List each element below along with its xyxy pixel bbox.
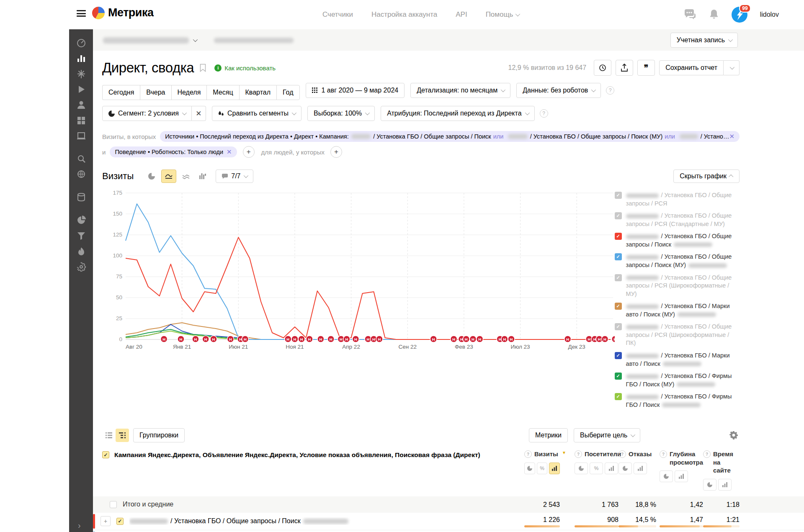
note-marker[interactable]: Н (477, 336, 483, 342)
preset-сегодня[interactable]: Сегодня (102, 85, 140, 100)
metrica-logo[interactable]: Метрика (92, 6, 154, 19)
note-marker[interactable]: Н (469, 336, 476, 342)
date-range-button[interactable]: 1 авг 2020 — 9 мар 2024 (306, 83, 405, 98)
behavior-segment-chip[interactable]: Поведение • Роботность: Только люди ✕ (110, 146, 237, 157)
note-marker[interactable]: Н (352, 336, 359, 342)
sidebar-collapse-icon[interactable]: › (78, 521, 81, 530)
pie-toggle[interactable] (703, 479, 716, 491)
chat-icon[interactable] (684, 9, 696, 20)
legend-item[interactable]: ✓/ Установка ГБО / Общие запросы / РСЯ (… (615, 212, 740, 228)
note-marker[interactable]: Н (451, 336, 457, 342)
line-chart-toggle[interactable] (161, 170, 176, 183)
hamburger-menu-icon[interactable] (77, 10, 86, 18)
nav-api[interactable]: API (456, 10, 467, 19)
note-marker[interactable]: Н (227, 336, 234, 342)
note-marker[interactable]: Н (343, 336, 350, 342)
legend-checkbox[interactable]: ✓ (615, 212, 622, 219)
nav-help[interactable]: Помощь (486, 10, 519, 19)
preset-год[interactable]: Год (276, 85, 299, 100)
bell-icon[interactable] (709, 9, 719, 21)
help-question-icon[interactable]: ? (575, 450, 582, 458)
sidebar-item-funnel[interactable] (69, 228, 93, 244)
note-marker[interactable]: Н (564, 336, 571, 342)
note-marker[interactable]: Н (161, 336, 168, 342)
note-marker[interactable]: Н (463, 336, 469, 342)
sidebar-item-pie[interactable] (69, 213, 93, 228)
sources-segment-chip[interactable]: Источники • Последний переход из Директа… (160, 131, 740, 142)
preset-вчера[interactable]: Вчера (140, 85, 171, 100)
help-question-icon[interactable]: ? (660, 450, 667, 458)
nav-account-settings[interactable]: Настройка аккаунта (371, 10, 437, 19)
totals-checkbox[interactable] (110, 501, 117, 508)
legend-item[interactable]: ✓/ Установка ГБО / Общие запросы / Поиск (615, 232, 740, 249)
legend-checkbox[interactable]: ✓ (615, 253, 622, 260)
help-question-icon[interactable]: ? (618, 450, 626, 458)
column-header[interactable]: ?Глубина просмотра (660, 450, 703, 466)
area-chart-toggle[interactable] (179, 170, 193, 182)
legend-item[interactable]: ✓/ Установка ГБО / Общие запросы / РСЯ (615, 191, 740, 208)
pie-toggle[interactable] (660, 470, 673, 482)
how-to-use-link[interactable]: i Как использовать (214, 64, 276, 72)
bars-toggle[interactable] (675, 470, 688, 482)
legend-item[interactable]: ✓/ Установка ГБО / Фирмы ГБО / Поиск (615, 393, 740, 409)
add-visit-condition-button[interactable]: + (243, 146, 255, 158)
metrics-button[interactable]: Метрики (529, 428, 568, 442)
note-marker[interactable]: Н (210, 336, 217, 342)
legend-checkbox[interactable]: ✓ (615, 393, 622, 400)
username[interactable]: lidolov (760, 11, 779, 18)
remove-chip-icon[interactable]: ✕ (227, 148, 232, 156)
export-button[interactable] (616, 60, 633, 76)
tree-list-toggle[interactable] (116, 429, 129, 442)
sidebar-item-grid[interactable] (69, 113, 93, 128)
note-marker[interactable]: Н (327, 336, 334, 342)
bars-toggle[interactable] (549, 463, 560, 474)
note-marker[interactable]: Н (430, 336, 437, 342)
legend-checkbox[interactable]: ✓ (615, 233, 622, 240)
note-marker[interactable]: Н (178, 336, 184, 342)
note-marker[interactable]: Н (291, 336, 298, 342)
preset-неделя[interactable]: Неделя (171, 85, 207, 100)
segment-button[interactable]: Сегмент: 2 условия (102, 106, 192, 121)
preset-месяц[interactable]: Месяц (206, 85, 239, 100)
pie-toggle[interactable] (524, 463, 535, 474)
series-line[interactable] (126, 204, 611, 339)
note-marker[interactable]: Н (192, 336, 199, 342)
percent-toggle[interactable]: % (590, 463, 603, 474)
note-marker[interactable]: Н (202, 336, 209, 342)
legend-checkbox[interactable]: ✓ (615, 373, 622, 380)
bookmark-icon[interactable] (200, 64, 206, 72)
nav-counters[interactable]: Счетчики (322, 10, 353, 19)
expand-row-button[interactable]: + (100, 516, 111, 526)
note-marker[interactable]: Н (242, 336, 248, 342)
data-mode-button[interactable]: Данные: без роботов (516, 83, 601, 98)
select-all-checkbox[interactable]: ✓ (102, 451, 109, 458)
legend-item[interactable]: ✓/ Установка ГБО / Марки авто / Поиск (М… (615, 302, 740, 319)
help-question-icon[interactable]: ? (524, 450, 532, 458)
note-marker[interactable]: Н (285, 336, 291, 342)
site-name-redacted[interactable] (103, 36, 189, 44)
column-header[interactable]: ?Визиты▼ (524, 450, 560, 458)
note-marker[interactable]: Н (317, 336, 324, 342)
help-question-icon[interactable]: ? (703, 450, 711, 458)
sampling-button[interactable]: Выборка: 100% (307, 106, 375, 121)
pie-toggle[interactable] (575, 463, 588, 474)
percent-toggle[interactable]: % (537, 463, 548, 474)
compare-button[interactable]: ❞ (637, 60, 655, 76)
column-chart-toggle[interactable] (196, 170, 210, 182)
bars-toggle[interactable] (634, 463, 647, 474)
sidebar-item-play[interactable] (69, 82, 93, 97)
attribution-button[interactable]: Атрибуция: Последний переход из Директа (381, 106, 534, 121)
legend-checkbox[interactable]: ✓ (615, 192, 622, 199)
pie-toggle[interactable] (618, 463, 632, 474)
legend-item[interactable]: ✓/ Установка ГБО / Фирмы ГБО / Поиск (МУ… (615, 372, 740, 388)
bars-toggle[interactable] (605, 463, 618, 474)
sidebar-item-bars[interactable] (69, 51, 93, 66)
sidebar-item-snowflake[interactable] (69, 66, 93, 82)
sidebar-item-speedometer[interactable] (69, 35, 93, 51)
note-marker[interactable]: Н (298, 336, 305, 342)
table-row[interactable]: +✓/ Установка ГБО / Общие запросы / Поис… (93, 530, 804, 532)
help-question-icon[interactable]: ? (540, 109, 548, 118)
column-header[interactable]: ?Время на сайте (703, 450, 740, 475)
column-header[interactable]: ?Отказы (618, 450, 656, 458)
history-button[interactable] (594, 60, 611, 76)
